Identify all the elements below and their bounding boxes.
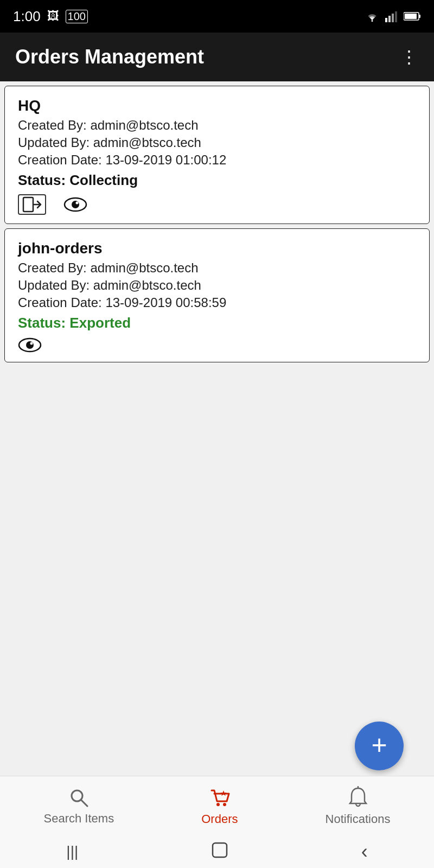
- image-icon: 🖼: [47, 9, 59, 23]
- enter-button-hq[interactable]: [18, 194, 46, 215]
- order-actions-hq: [18, 194, 416, 215]
- cart-icon: [208, 786, 231, 809]
- wifi-icon: [365, 10, 380, 22]
- view-button-hq[interactable]: [63, 196, 87, 213]
- back-button[interactable]: ‹: [361, 840, 368, 863]
- hundred-icon: 100: [66, 10, 88, 23]
- view-button-john[interactable]: [18, 337, 42, 353]
- app-bar: Orders Management ⋮: [0, 33, 434, 81]
- time-display: 1:00: [13, 8, 41, 25]
- svg-point-13: [26, 341, 34, 349]
- svg-rect-4: [395, 11, 397, 22]
- svg-point-11: [76, 202, 79, 205]
- svg-point-17: [216, 803, 220, 806]
- home-button[interactable]: [211, 841, 228, 863]
- svg-rect-8: [23, 197, 33, 212]
- nav-notifications-label: Notifications: [326, 812, 391, 826]
- order-card-hq: HQ Created By: admin@btsco.tech Updated …: [4, 86, 430, 224]
- nav-notifications[interactable]: Notifications: [326, 786, 391, 826]
- order-updated-john: Updated By: admin@btsco.tech: [18, 278, 416, 293]
- battery-icon: [404, 11, 421, 21]
- recent-apps-button[interactable]: |||: [66, 843, 78, 860]
- nav-orders[interactable]: Orders: [201, 786, 238, 826]
- order-status-john: Status: Exported: [18, 315, 416, 331]
- svg-rect-3: [392, 14, 394, 22]
- order-actions-john: [18, 337, 416, 353]
- svg-rect-1: [385, 18, 387, 22]
- status-bar: 1:00 🖼 100: [0, 0, 434, 33]
- bell-icon: [348, 786, 368, 809]
- svg-point-0: [372, 20, 373, 22]
- add-icon: +: [371, 731, 387, 758]
- svg-rect-6: [419, 15, 420, 18]
- order-name-john: john-orders: [18, 240, 416, 257]
- nav-orders-label: Orders: [201, 812, 238, 826]
- svg-point-10: [72, 201, 79, 208]
- order-name-hq: HQ: [18, 97, 416, 114]
- nav-search-items[interactable]: Search Items: [44, 787, 114, 826]
- svg-rect-7: [405, 14, 417, 19]
- system-nav-bar: ||| ‹: [0, 835, 434, 868]
- content-area: HQ Created By: admin@btsco.tech Updated …: [0, 81, 434, 371]
- svg-line-16: [81, 800, 87, 806]
- order-created-hq: Created By: admin@btsco.tech: [18, 118, 416, 133]
- page-title: Orders Management: [15, 46, 204, 68]
- order-date-john: Creation Date: 13-09-2019 00:58:59: [18, 295, 416, 310]
- signal-icon: [385, 10, 398, 22]
- bottom-navigation: Search Items Orders Notifications: [0, 776, 434, 835]
- svg-point-18: [223, 803, 226, 806]
- svg-rect-20: [213, 843, 227, 857]
- order-updated-hq: Updated By: admin@btsco.tech: [18, 135, 416, 150]
- order-date-hq: Creation Date: 13-09-2019 01:00:12: [18, 152, 416, 168]
- add-order-button[interactable]: +: [355, 722, 404, 770]
- order-status-hq: Status: Collecting: [18, 172, 416, 189]
- svg-point-14: [30, 342, 33, 345]
- status-icons: [365, 10, 421, 22]
- order-created-john: Created By: admin@btsco.tech: [18, 260, 416, 276]
- svg-rect-2: [388, 16, 391, 22]
- nav-search-label: Search Items: [44, 812, 114, 826]
- search-icon: [68, 787, 90, 808]
- status-time: 1:00 🖼 100: [13, 8, 88, 25]
- menu-button[interactable]: ⋮: [400, 47, 419, 67]
- order-card-john: john-orders Created By: admin@btsco.tech…: [4, 228, 430, 362]
